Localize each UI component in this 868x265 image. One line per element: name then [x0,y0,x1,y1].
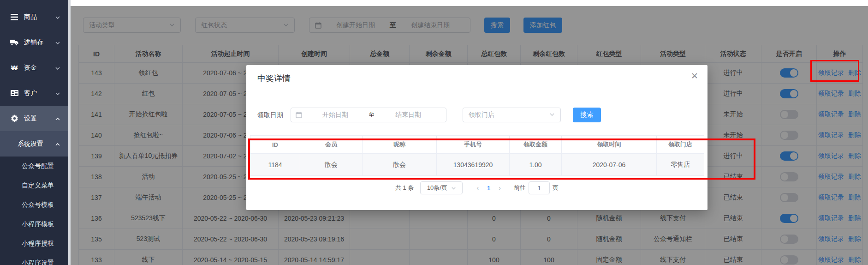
close-icon[interactable]: ✕ [691,71,698,81]
sidebar-item-miniprogram-auth[interactable]: 小程序授权 [0,234,68,253]
chevron-up-icon [55,117,60,121]
won-icon: ₩ [10,64,18,72]
chevron-down-icon [451,186,456,191]
modal-table-row: 1184散会散会130436199201.002020-07-06零售店 [250,154,704,176]
column-header: 领取金额 [510,136,562,154]
chevron-down-icon [55,66,60,71]
column-header: 昵称 [363,136,437,154]
modal-table-header-row: ID会员昵称手机号领取金额领取时间领取门店 [250,136,704,154]
next-page-button[interactable]: › [493,184,506,192]
modal-cell: 散会 [300,154,363,176]
sidebar-item-label: 资金 [24,64,37,72]
claim-date-range-input[interactable]: 开始日期 至 结束日期 [291,108,446,122]
total-count: 共 1 条 [395,184,414,192]
claim-end-placeholder: 结束日期 [375,111,441,119]
claim-date-label: 领取日期 [257,108,283,122]
app-window: 商品 进销存 ₩ 资金 [0,0,868,265]
prev-page-button[interactable]: ‹ [471,184,484,192]
modal-cell: 2020-07-06 [562,154,657,176]
calendar-icon [296,112,302,118]
sidebar-item-customers[interactable]: 客户 [0,80,68,106]
sidebar-item-inventory[interactable]: 进销存 [0,30,68,55]
goto-suffix: 页 [553,184,559,192]
sidebar: 商品 进销存 ₩ 资金 [0,0,68,265]
top-white-bar [71,0,868,6]
claim-start-placeholder: 开始日期 [302,111,369,119]
column-header: 领取门店 [657,136,704,154]
claim-records-table: ID会员昵称手机号领取金额领取时间领取门店 1184散会散会1304361992… [250,135,704,176]
sidebar-item-label: 商品 [24,13,37,21]
page-number-1[interactable]: 1 [484,185,493,192]
sidebar-item-settings[interactable]: 设置 [0,106,68,131]
modal-cell: 1184 [250,154,300,176]
chevron-up-icon [55,142,60,147]
chevron-down-icon [55,91,60,96]
modal-cell: 散会 [363,154,437,176]
column-header: 手机号 [437,136,510,154]
page-size-select[interactable]: 10条/页 [420,181,463,194]
goto-label: 前往 [514,184,526,192]
page-size-value: 10条/页 [427,184,447,192]
sidebar-item-system-settings[interactable]: 系统设置 [0,131,68,157]
sidebar-item-official-account-config[interactable]: 公众号配置 [0,157,68,176]
customer-icon [10,89,18,97]
modal-cell: 零售店 [657,154,704,176]
goto-page-input[interactable]: 1 [529,181,550,194]
sidebar-item-official-account-template[interactable]: 公众号模板 [0,195,68,215]
sidebar-item-label: 进销存 [24,38,43,47]
claim-store-placeholder: 领取门店 [469,111,494,119]
chevron-down-icon [55,15,60,20]
menu-icon [10,13,18,21]
column-header: ID [250,136,300,154]
submenu-label: 系统设置 [18,140,43,148]
sidebar-item-label: 客户 [24,89,37,97]
sidebar-item-goods[interactable]: 商品 [0,4,68,30]
chevron-down-icon [55,41,60,45]
modal-title: 中奖详情 [257,73,291,84]
sidebar-item-funds[interactable]: ₩ 资金 [0,55,68,80]
modal-cell: 13043619920 [437,154,510,176]
prize-details-modal: 中奖详情 ✕ 领取日期 开始日期 至 结束日期 领取门店 搜索 I [246,65,707,210]
claim-store-select[interactable]: 领取门店 [463,108,561,122]
claim-date-separator: 至 [369,111,375,119]
modal-cell: 1.00 [510,154,562,176]
truck-icon [10,38,18,47]
chevron-down-icon [549,111,555,119]
modal-search-button[interactable]: 搜索 [573,108,601,122]
pagination: 共 1 条 10条/页 ‹ 1 › 前往 1 页 [246,181,707,195]
gear-icon [10,114,18,123]
column-header: 会员 [300,136,363,154]
sidebar-item-label: 设置 [24,114,37,123]
sidebar-item-custom-menu[interactable]: 自定义菜单 [0,176,68,195]
submenu-list: 公众号配置 自定义菜单 公众号模板 小程序模板 小程序授权 小程序设置 [0,157,68,265]
column-header: 领取时间 [562,136,657,154]
sidebar-item-miniprogram-settings[interactable]: 小程序设置 [0,253,68,265]
sidebar-item-miniprogram-template[interactable]: 小程序模板 [0,215,68,234]
